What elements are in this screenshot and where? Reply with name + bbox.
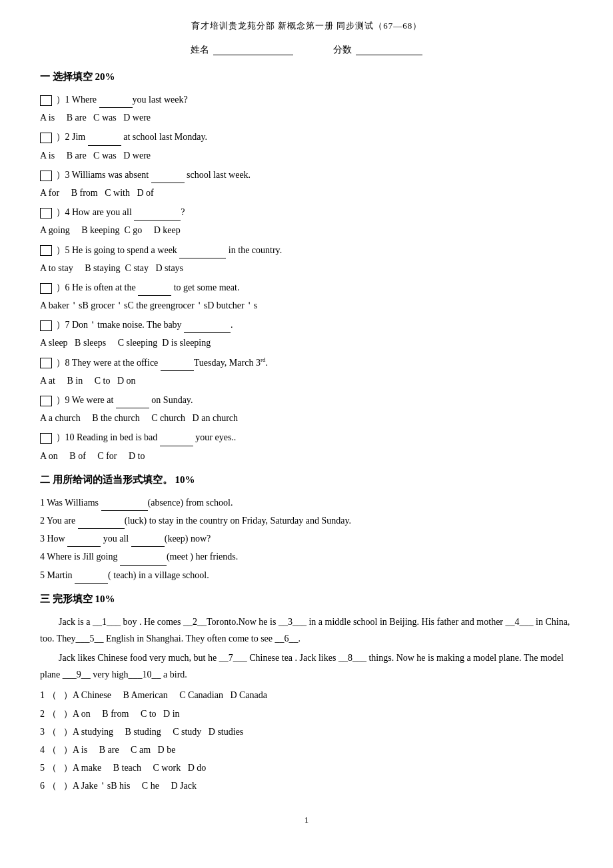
q2-line: ）2 Jim at school last Monday. — [40, 129, 573, 145]
q1-blank — [99, 99, 133, 108]
q8-text: ）8 They were at the office Tuesday, Marc… — [56, 358, 268, 368]
q5-paren — [40, 245, 52, 256]
q4-blank — [134, 211, 181, 220]
s3-questions: 1 （ ）A Chinese B American C Canadian D C… — [40, 687, 573, 794]
q1-block: ）1 Where you last week? A is B are C was… — [40, 91, 573, 126]
name-label: 姓名 — [191, 44, 209, 56]
q9-options: A a church B the church C church D an ch… — [40, 410, 573, 426]
s2-q5: 5 Martin ( teach) in a village school. — [40, 567, 573, 584]
q7-text: ）7 Don＇tmake noise. The baby . — [56, 320, 233, 330]
q10-text: ）10 Reading in bed is bad your eyes.. — [56, 432, 237, 442]
s2-q1: 1 Was Williams (absence) from school. — [40, 494, 573, 511]
name-underline — [213, 45, 293, 55]
q1-text: ）1 Where you last week? — [56, 95, 188, 105]
q10-blank — [160, 437, 193, 446]
q3-blank — [151, 174, 185, 183]
q3-options: A for B from C with D of — [40, 185, 573, 201]
s3-q6: 6 （ ）A Jake＇sB his C he D Jack — [40, 777, 573, 794]
q2-options: A is B are C was D were — [40, 147, 573, 164]
q10-line: ）10 Reading in bed is bad your eyes.. — [40, 429, 573, 446]
q6-blank — [138, 286, 171, 296]
q6-block: ）6 He is often at the to get some meat. … — [40, 279, 573, 314]
q8-blank — [161, 362, 194, 371]
q2-blank — [88, 137, 121, 146]
s3-para1: Jack is a __1___ boy . He comes __2__Tor… — [40, 614, 573, 647]
q4-paren — [40, 208, 52, 218]
q8-block: ）8 They were at the office Tuesday, Marc… — [40, 354, 573, 389]
q1-paren — [40, 95, 52, 106]
name-field: 姓名 — [191, 44, 293, 56]
s2-q2: 2 You are (luck) to stay in the country … — [40, 512, 573, 529]
q6-text: ）6 He is often at the to get some meat. — [56, 282, 240, 292]
s2-q3: 3 How you all (keep) now? — [40, 530, 573, 547]
section2-title: 二 用所给词的适当形式填空。 10% — [40, 474, 573, 486]
header: 育才培训贵龙苑分部 新概念第一册 同步测试（67—68） — [40, 20, 573, 32]
q3-line: ）3 Williams was absent school last week. — [40, 167, 573, 183]
q7-block: ）7 Don＇tmake noise. The baby . A sleep B… — [40, 316, 573, 351]
q10-options: A on B of C for D to — [40, 448, 573, 464]
q1-options: A is B are C was D were — [40, 109, 573, 126]
q2-paren — [40, 133, 52, 143]
q9-blank — [116, 399, 149, 408]
q2-text: ）2 Jim at school last Monday. — [56, 132, 208, 142]
q3-block: ）3 Williams was absent school last week.… — [40, 167, 573, 201]
q6-line: ）6 He is often at the to get some meat. — [40, 279, 573, 296]
s2-q3-blank2 — [131, 538, 165, 547]
s2-q1-blank — [101, 502, 148, 511]
q4-line: ）4 How are you all ? — [40, 204, 573, 220]
q9-line: ）9 We were at on Sunday. — [40, 392, 573, 408]
q8-options: A at B in C to D on — [40, 372, 573, 389]
s3-q5: 5 （ ）A make B teach C work D do — [40, 759, 573, 776]
q7-blank — [184, 324, 231, 333]
q9-paren — [40, 396, 52, 406]
s2-q4: 4 Where is Jill going (meet ) her friend… — [40, 548, 573, 565]
s3-q2: 2 （ ）A on B from C to D in — [40, 705, 573, 722]
q7-options: A sleep B sleeps C sleeping D is sleepin… — [40, 334, 573, 351]
s3-q4: 4 （ ）A is B are C am D be — [40, 741, 573, 758]
score-field: 分数 — [333, 44, 422, 56]
s3-q1: 1 （ ）A Chinese B American C Canadian D C… — [40, 687, 573, 703]
q8-paren — [40, 358, 52, 368]
s3-para2: Jack likes Chinese food very much, but h… — [40, 650, 573, 683]
section3: 三 完形填空 10% Jack is a __1___ boy . He com… — [40, 593, 573, 795]
q5-options: A to stay B staying C stay D stays — [40, 260, 573, 276]
name-score-row: 姓名 分数 — [40, 44, 573, 56]
s3-q3: 3 （ ）A studying B studing C study D stud… — [40, 723, 573, 740]
q9-block: ）9 We were at on Sunday. A a church B th… — [40, 392, 573, 426]
s2-q3-blank1 — [67, 538, 101, 547]
q9-text: ）9 We were at on Sunday. — [56, 395, 193, 405]
section2: 二 用所给词的适当形式填空。 10% 1 Was Williams (absen… — [40, 474, 573, 584]
q3-text: ）3 Williams was absent school last week. — [56, 170, 251, 180]
q8-line: ）8 They were at the office Tuesday, Marc… — [40, 354, 573, 371]
q10-block: ）10 Reading in bed is bad your eyes.. A … — [40, 429, 573, 464]
q4-text: ）4 How are you all ? — [56, 207, 185, 217]
s2-q4-blank — [120, 556, 167, 566]
score-label: 分数 — [333, 44, 352, 56]
q5-line: ）5 He is going to spend a week in the co… — [40, 242, 573, 258]
q8-superscript: rd — [261, 356, 266, 363]
s2-q5-blank — [75, 574, 108, 584]
q2-block: ）2 Jim at school last Monday. A is B are… — [40, 129, 573, 163]
q5-blank — [179, 249, 226, 258]
q5-text: ）5 He is going to spend a week in the co… — [56, 245, 283, 255]
q5-block: ）5 He is going to spend a week in the co… — [40, 242, 573, 276]
s2-q2-blank — [78, 520, 125, 529]
q10-paren — [40, 433, 52, 444]
q4-options: A going B keeping C go D keep — [40, 222, 573, 238]
section1-title: 一 选择填空 20% — [40, 71, 573, 83]
q7-line: ）7 Don＇tmake noise. The baby . — [40, 316, 573, 333]
q7-paren — [40, 320, 52, 331]
q6-options: A baker＇sB grocer＇sC the greengrocer＇sD … — [40, 297, 573, 314]
q3-paren — [40, 171, 52, 181]
q1-line: ）1 Where you last week? — [40, 91, 573, 108]
score-underline — [356, 45, 422, 55]
q4-block: ）4 How are you all ? A going B keeping C… — [40, 204, 573, 238]
section3-title: 三 完形填空 10% — [40, 593, 573, 606]
page-number: 1 — [40, 815, 573, 825]
header-text: 育才培训贵龙苑分部 新概念第一册 同步测试（67—68） — [191, 21, 422, 31]
q6-paren — [40, 283, 52, 294]
